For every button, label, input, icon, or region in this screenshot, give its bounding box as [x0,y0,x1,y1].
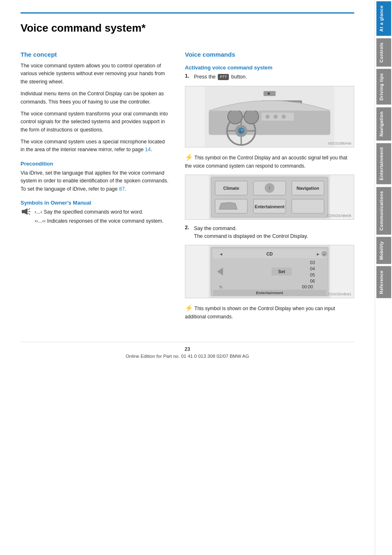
concept-para-2: Individual menu items on the Control Dis… [21,90,168,106]
sidebar-tab-reference[interactable]: Reference [376,266,391,298]
svg-point-20 [244,109,259,124]
sidebar-tab-communications[interactable]: Communications [376,187,391,235]
concept-para-1: The voice command system allows you to c… [21,62,168,86]
sidebar-tab-mobility[interactable]: Mobility [376,237,391,264]
svg-text:03: 03 [310,260,315,265]
menu-screen-diagram: Climate i Navigation [185,175,354,220]
step-2-text: Say the command. The command is displaye… [194,225,308,240]
symbol-list: ›...‹ Say the specified commands word fo… [21,208,168,230]
ptt-button-icon: PTT [218,74,229,81]
sidebar-tab-driving-tips[interactable]: Driving tips [376,69,391,105]
sidebar-tab-controls[interactable]: Controls [376,38,391,67]
svg-text:06: 06 [310,279,315,283]
page-number: 23 [21,346,354,352]
svg-marker-1 [24,208,28,215]
svg-text:00:00: 00:00 [302,285,313,290]
svg-text:Climate: Climate [223,186,239,191]
svg-text:04: 04 [310,266,315,271]
page-link-14[interactable]: 14 [145,147,151,152]
svg-rect-0 [22,210,24,213]
svg-text:Entertainment: Entertainment [256,290,284,295]
svg-text:Navigation: Navigation [297,186,319,191]
voice-commands-heading: Voice commands [185,51,354,58]
sidebar-tab-entertainment[interactable]: Entertainment [376,143,391,184]
svg-text:►: ► [316,252,320,256]
svg-text:◄: ◄ [219,252,223,256]
svg-text:Entertainment: Entertainment [255,204,285,209]
svg-point-14 [265,115,270,119]
speaker-icon [21,208,32,216]
svg-text:CD: CD [266,251,273,256]
svg-point-15 [274,115,278,119]
cd-screen-diagram: ◄ CD ► ♦ 03 04 Set 05 06 00:00 [185,245,354,298]
sidebar: At a glance Controls Driving tips Naviga… [375,0,392,555]
caption-2: ⚡ This symbol is shown on the Control Di… [185,303,354,320]
step-2-num: 2. [185,225,192,230]
footer: 23 Online Edition for Part no. 01 41 0 0… [21,342,354,359]
car-interior-diagram: 🎤 VDC01/86AVe [185,86,354,147]
svg-text:🎤: 🎤 [239,129,243,133]
menu-diagram-label: CDN/26ABe06 [327,214,351,218]
car-diagram-label: VDC01/86AVe [328,141,351,145]
svg-point-16 [282,115,286,119]
svg-line-4 [28,213,30,215]
symbol-item-1: ›...‹ Say the specified commands word fo… [21,208,168,230]
svg-marker-35 [219,203,237,210]
svg-text:05: 05 [310,272,315,277]
right-column: Voice commands Activating voice command … [185,51,354,325]
svg-line-2 [28,208,30,210]
symbols-heading: Symbols in Owner's Manual [21,200,168,206]
voice-symbol-1: ⚡ [185,154,193,161]
svg-point-19 [228,109,242,124]
precondition-heading: Precondition [21,161,168,167]
caption-1: ⚡ This symbol on the Control Display and… [185,152,354,170]
activating-heading: Activating voice command system [185,64,354,71]
svg-text:♦: ♦ [323,253,325,256]
svg-rect-38 [292,199,324,213]
step-1-num: 1. [185,73,192,79]
svg-point-24 [267,92,270,95]
step-2: 2. Say the command. The command is displ… [185,225,354,240]
sidebar-tab-at-a-glance[interactable]: At a glance [376,1,391,36]
precondition-text: Via iDrive, set the language that applie… [21,169,168,193]
symbol-text: ›...‹ Say the specified commands word fo… [35,208,164,230]
sidebar-tab-navigation[interactable]: Navigation [376,107,391,140]
concept-heading: The concept [21,51,168,58]
voice-symbol-2: ⚡ [185,304,193,311]
concept-para-4: The voice command system uses a special … [21,138,168,154]
concept-para-3: The voice command system transforms your… [21,110,168,134]
svg-text:i: i [269,185,270,190]
page-link-87[interactable]: 87 [119,186,125,192]
page-title: Voice command system* [21,22,354,39]
footer-text: Online Edition for Part no. 01 41 0 013 … [21,354,354,359]
left-column: The concept The voice command system all… [21,51,168,325]
step-1: 1. Press the PTT button. [185,73,354,81]
svg-text:Set: Set [278,269,285,274]
svg-text:Tr.: Tr. [219,286,223,290]
cd-diagram-label: CDG/26ABot1 [328,292,351,296]
step-1-text: Press the PTT button. [194,73,247,81]
